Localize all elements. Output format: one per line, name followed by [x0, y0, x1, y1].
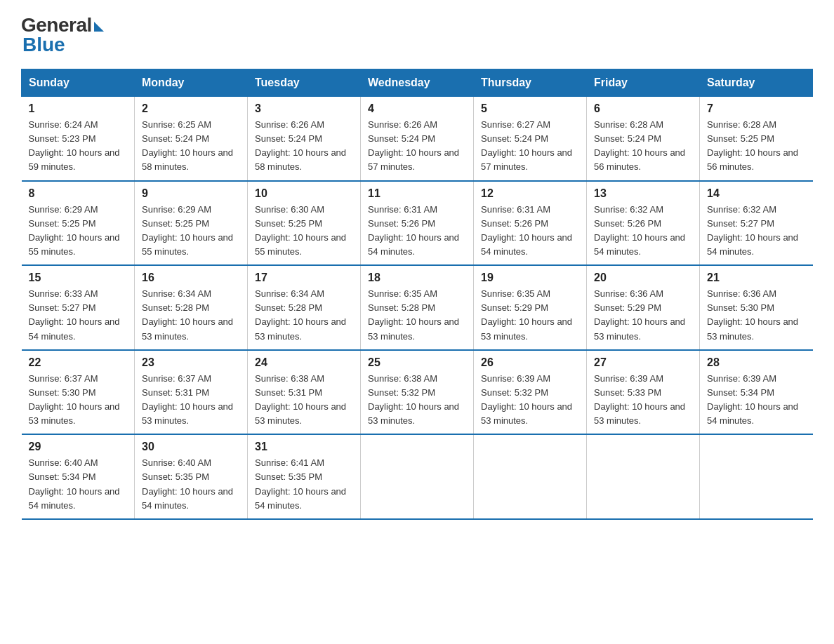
day-info: Sunrise: 6:31 AMSunset: 5:26 PMDaylight:… [368, 203, 466, 260]
calendar-cell: 6Sunrise: 6:28 AMSunset: 5:24 PMDaylight… [587, 97, 700, 181]
day-number: 3 [255, 102, 353, 115]
day-number: 23 [142, 356, 240, 369]
calendar-cell: 24Sunrise: 6:38 AMSunset: 5:31 PMDayligh… [248, 350, 361, 435]
col-wednesday: Wednesday [361, 69, 474, 97]
calendar-cell: 23Sunrise: 6:37 AMSunset: 5:31 PMDayligh… [135, 350, 248, 435]
day-number: 18 [368, 271, 466, 284]
page-header: General Blue [21, 14, 813, 56]
calendar-table: Sunday Monday Tuesday Wednesday Thursday… [21, 69, 813, 520]
day-number: 17 [255, 271, 353, 284]
calendar-header-row: Sunday Monday Tuesday Wednesday Thursday… [22, 69, 813, 97]
day-number: 19 [481, 271, 579, 284]
day-number: 30 [142, 441, 240, 453]
calendar-cell: 9Sunrise: 6:29 AMSunset: 5:25 PMDaylight… [135, 181, 248, 266]
calendar-cell: 19Sunrise: 6:35 AMSunset: 5:29 PMDayligh… [474, 265, 587, 350]
col-tuesday: Tuesday [248, 69, 361, 97]
calendar-cell [587, 434, 700, 519]
day-number: 7 [707, 102, 806, 115]
calendar-cell [700, 434, 813, 519]
calendar-cell: 31Sunrise: 6:41 AMSunset: 5:35 PMDayligh… [248, 434, 361, 519]
day-number: 21 [707, 271, 806, 284]
logo-blue-text: Blue [22, 34, 65, 56]
calendar-cell [361, 434, 474, 519]
day-number: 9 [142, 187, 240, 200]
calendar-cell: 12Sunrise: 6:31 AMSunset: 5:26 PMDayligh… [474, 181, 587, 266]
calendar-cell: 13Sunrise: 6:32 AMSunset: 5:26 PMDayligh… [587, 181, 700, 266]
day-number: 29 [29, 441, 128, 453]
day-info: Sunrise: 6:28 AMSunset: 5:25 PMDaylight:… [707, 118, 806, 175]
day-number: 27 [594, 356, 692, 369]
day-info: Sunrise: 6:24 AMSunset: 5:23 PMDaylight:… [29, 118, 128, 175]
calendar-cell: 28Sunrise: 6:39 AMSunset: 5:34 PMDayligh… [700, 350, 813, 435]
calendar-cell: 5Sunrise: 6:27 AMSunset: 5:24 PMDaylight… [474, 97, 587, 181]
day-number: 4 [368, 102, 466, 115]
day-number: 31 [255, 441, 353, 453]
calendar-cell: 7Sunrise: 6:28 AMSunset: 5:25 PMDaylight… [700, 97, 813, 181]
day-number: 13 [594, 187, 692, 200]
day-number: 1 [29, 102, 128, 115]
calendar-cell: 8Sunrise: 6:29 AMSunset: 5:25 PMDaylight… [22, 181, 135, 266]
col-monday: Monday [135, 69, 248, 97]
calendar-cell: 21Sunrise: 6:36 AMSunset: 5:30 PMDayligh… [700, 265, 813, 350]
day-number: 8 [29, 187, 128, 200]
day-number: 12 [481, 187, 579, 200]
calendar-week-row: 1Sunrise: 6:24 AMSunset: 5:23 PMDaylight… [22, 97, 813, 181]
day-info: Sunrise: 6:29 AMSunset: 5:25 PMDaylight:… [29, 203, 128, 260]
day-info: Sunrise: 6:25 AMSunset: 5:24 PMDaylight:… [142, 118, 240, 175]
day-number: 10 [255, 187, 353, 200]
calendar-cell: 10Sunrise: 6:30 AMSunset: 5:25 PMDayligh… [248, 181, 361, 266]
day-info: Sunrise: 6:37 AMSunset: 5:30 PMDaylight:… [29, 372, 128, 429]
calendar-cell: 11Sunrise: 6:31 AMSunset: 5:26 PMDayligh… [361, 181, 474, 266]
calendar-cell: 22Sunrise: 6:37 AMSunset: 5:30 PMDayligh… [22, 350, 135, 435]
day-number: 16 [142, 271, 240, 284]
calendar-cell: 30Sunrise: 6:40 AMSunset: 5:35 PMDayligh… [135, 434, 248, 519]
day-info: Sunrise: 6:26 AMSunset: 5:24 PMDaylight:… [368, 118, 466, 175]
day-number: 26 [481, 356, 579, 369]
calendar-week-row: 15Sunrise: 6:33 AMSunset: 5:27 PMDayligh… [22, 265, 813, 350]
day-info: Sunrise: 6:30 AMSunset: 5:25 PMDaylight:… [255, 203, 353, 260]
day-info: Sunrise: 6:27 AMSunset: 5:24 PMDaylight:… [481, 118, 579, 175]
day-info: Sunrise: 6:40 AMSunset: 5:35 PMDaylight:… [142, 456, 240, 513]
day-info: Sunrise: 6:34 AMSunset: 5:28 PMDaylight:… [255, 287, 353, 344]
day-info: Sunrise: 6:35 AMSunset: 5:29 PMDaylight:… [481, 287, 579, 344]
day-number: 15 [29, 271, 128, 284]
calendar-cell: 4Sunrise: 6:26 AMSunset: 5:24 PMDaylight… [361, 97, 474, 181]
day-info: Sunrise: 6:34 AMSunset: 5:28 PMDaylight:… [142, 287, 240, 344]
day-info: Sunrise: 6:36 AMSunset: 5:29 PMDaylight:… [594, 287, 692, 344]
col-friday: Friday [587, 69, 700, 97]
day-info: Sunrise: 6:41 AMSunset: 5:35 PMDaylight:… [255, 456, 353, 513]
calendar-cell: 17Sunrise: 6:34 AMSunset: 5:28 PMDayligh… [248, 265, 361, 350]
day-info: Sunrise: 6:35 AMSunset: 5:28 PMDaylight:… [368, 287, 466, 344]
day-info: Sunrise: 6:32 AMSunset: 5:27 PMDaylight:… [707, 203, 806, 260]
day-info: Sunrise: 6:38 AMSunset: 5:31 PMDaylight:… [255, 372, 353, 429]
day-number: 5 [481, 102, 579, 115]
day-info: Sunrise: 6:40 AMSunset: 5:34 PMDaylight:… [29, 456, 128, 513]
day-info: Sunrise: 6:33 AMSunset: 5:27 PMDaylight:… [29, 287, 128, 344]
logo-arrow-icon [94, 22, 104, 32]
calendar-week-row: 8Sunrise: 6:29 AMSunset: 5:25 PMDaylight… [22, 181, 813, 266]
calendar-cell [474, 434, 587, 519]
col-saturday: Saturday [700, 69, 813, 97]
calendar-cell: 2Sunrise: 6:25 AMSunset: 5:24 PMDaylight… [135, 97, 248, 181]
calendar-cell: 26Sunrise: 6:39 AMSunset: 5:32 PMDayligh… [474, 350, 587, 435]
day-number: 24 [255, 356, 353, 369]
day-info: Sunrise: 6:31 AMSunset: 5:26 PMDaylight:… [481, 203, 579, 260]
day-number: 14 [707, 187, 806, 200]
day-info: Sunrise: 6:28 AMSunset: 5:24 PMDaylight:… [594, 118, 692, 175]
day-number: 25 [368, 356, 466, 369]
day-info: Sunrise: 6:39 AMSunset: 5:33 PMDaylight:… [594, 372, 692, 429]
calendar-cell: 25Sunrise: 6:38 AMSunset: 5:32 PMDayligh… [361, 350, 474, 435]
calendar-cell: 3Sunrise: 6:26 AMSunset: 5:24 PMDaylight… [248, 97, 361, 181]
calendar-cell: 18Sunrise: 6:35 AMSunset: 5:28 PMDayligh… [361, 265, 474, 350]
calendar-cell: 27Sunrise: 6:39 AMSunset: 5:33 PMDayligh… [587, 350, 700, 435]
day-info: Sunrise: 6:37 AMSunset: 5:31 PMDaylight:… [142, 372, 240, 429]
calendar-cell: 1Sunrise: 6:24 AMSunset: 5:23 PMDaylight… [22, 97, 135, 181]
day-info: Sunrise: 6:32 AMSunset: 5:26 PMDaylight:… [594, 203, 692, 260]
day-number: 2 [142, 102, 240, 115]
day-number: 28 [707, 356, 806, 369]
calendar-cell: 14Sunrise: 6:32 AMSunset: 5:27 PMDayligh… [700, 181, 813, 266]
day-number: 11 [368, 187, 466, 200]
day-info: Sunrise: 6:29 AMSunset: 5:25 PMDaylight:… [142, 203, 240, 260]
calendar-week-row: 29Sunrise: 6:40 AMSunset: 5:34 PMDayligh… [22, 434, 813, 519]
day-number: 22 [29, 356, 128, 369]
